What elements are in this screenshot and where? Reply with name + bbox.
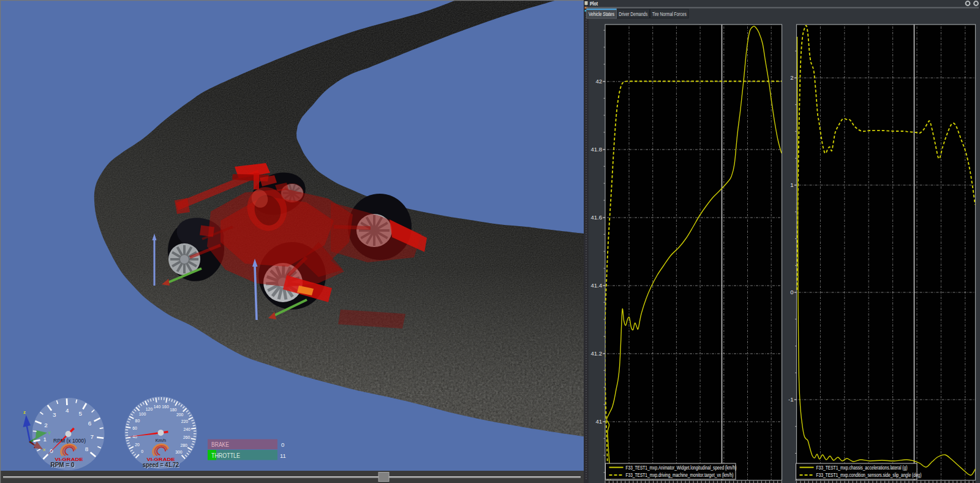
svg-text:160: 160: [162, 405, 169, 409]
svg-text:Driver Demands: Driver Demands: [619, 10, 647, 17]
svg-text:2: 2: [790, 74, 793, 81]
svg-text:F33_TEST1_mxp.Animator_Widget.: F33_TEST1_mxp.Animator_Widget.longitudin…: [626, 465, 737, 471]
svg-text:Km/h: Km/h: [156, 438, 167, 443]
svg-text:41.8: 41.8: [591, 146, 603, 153]
svg-text:F33_TEST1_mxp.driving_machine_: F33_TEST1_mxp.driving_machine_monitor.ta…: [626, 472, 734, 478]
svg-text:Vehicle States: Vehicle States: [589, 10, 614, 17]
svg-text:80: 80: [135, 419, 140, 423]
svg-text:4: 4: [66, 407, 69, 414]
svg-text:THROTTLE: THROTTLE: [211, 452, 240, 459]
svg-text:220: 220: [181, 419, 189, 424]
svg-text:RPM (x 1000): RPM (x 1000): [53, 438, 86, 444]
svg-text:-1: -1: [788, 396, 793, 403]
svg-text:Tire Normal Forces: Tire Normal Forces: [652, 10, 687, 17]
svg-text:41.6: 41.6: [591, 214, 603, 221]
svg-text:speed = 41.72: speed = 41.72: [143, 461, 179, 468]
svg-text:42: 42: [595, 78, 602, 85]
svg-text:41.2: 41.2: [591, 350, 603, 357]
svg-text:41: 41: [595, 418, 602, 425]
svg-text:200: 200: [176, 413, 184, 417]
svg-text:260: 260: [183, 435, 190, 439]
svg-text:5: 5: [79, 410, 83, 417]
svg-text:1: 1: [43, 436, 47, 443]
svg-text:8: 8: [85, 446, 89, 452]
svg-text:100: 100: [139, 412, 146, 416]
svg-text:2: 2: [44, 422, 47, 428]
svg-text:180: 180: [170, 408, 177, 412]
svg-text:BRAKE: BRAKE: [211, 441, 229, 448]
svg-text:z: z: [23, 409, 26, 415]
svg-text:40: 40: [132, 435, 137, 439]
svg-text:280: 280: [181, 443, 188, 447]
svg-text:6: 6: [88, 420, 92, 427]
svg-text:Plot: Plot: [590, 1, 598, 7]
svg-text:0: 0: [281, 441, 284, 448]
svg-text:F33_TEST1_mxp.condition_sensor: F33_TEST1_mxp.condition_sensors.side_sli…: [816, 472, 922, 478]
svg-text:F33_TEST1_mxp.chassis_accelera: F33_TEST1_mxp.chassis_accelerations.late…: [816, 465, 908, 471]
svg-text:3: 3: [53, 411, 56, 418]
svg-text:RPM = 0: RPM = 0: [51, 461, 75, 468]
svg-text:140: 140: [154, 405, 161, 409]
svg-text:20: 20: [135, 443, 140, 447]
svg-text:0: 0: [790, 289, 793, 295]
svg-text:7: 7: [90, 433, 93, 440]
svg-text:1: 1: [790, 181, 793, 188]
svg-text:60: 60: [132, 426, 137, 430]
svg-text:0: 0: [141, 449, 143, 454]
svg-text:41.4: 41.4: [591, 282, 603, 289]
svg-text:11: 11: [280, 452, 286, 459]
svg-text:240: 240: [183, 427, 190, 432]
svg-text:300: 300: [175, 450, 183, 454]
svg-text:120: 120: [146, 407, 153, 411]
